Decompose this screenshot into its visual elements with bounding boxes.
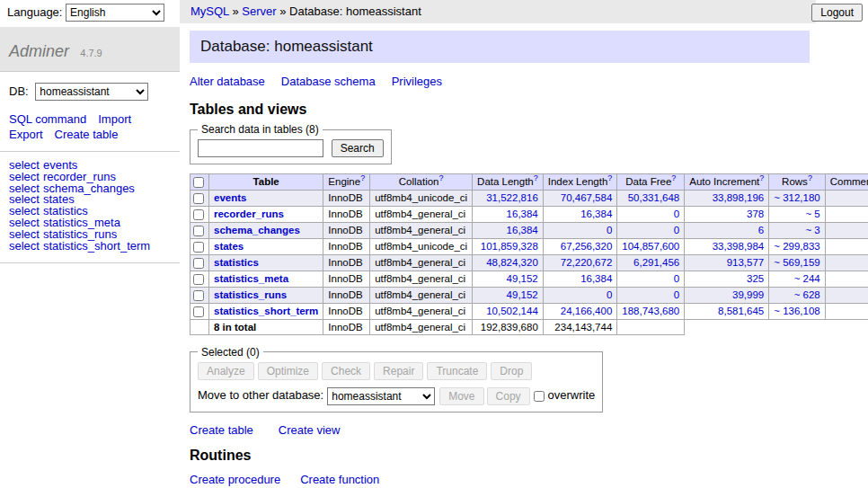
index-length-link[interactable]: 24,166,400 [561, 306, 613, 316]
rows-count-link[interactable]: ~ 244 [794, 273, 820, 284]
database-schema-link[interactable]: Database schema [281, 75, 376, 88]
export-link[interactable]: Export [9, 128, 43, 141]
row-checkbox[interactable] [193, 274, 204, 285]
rows-count-link[interactable]: ~ 136,108 [774, 306, 819, 316]
help-link[interactable]: ? [671, 174, 676, 183]
breadcrumb-item-server[interactable]: Server [242, 4, 276, 18]
data-length-link[interactable]: 49,152 [507, 273, 538, 284]
table-name-link[interactable]: statistics [214, 257, 259, 268]
rows-count-link[interactable]: ~ 569,159 [774, 257, 819, 268]
search-input[interactable] [198, 139, 323, 157]
index-length-link[interactable]: 0 [607, 225, 612, 235]
truncate-button[interactable]: Truncate [427, 362, 487, 380]
data-length-link[interactable]: 49,152 [507, 289, 538, 300]
select-all-checkbox[interactable] [193, 177, 204, 188]
row-checkbox[interactable] [193, 226, 204, 236]
sql-command-link[interactable]: SQL command [9, 112, 86, 126]
rows-count-link[interactable]: ~ 628 [794, 289, 820, 300]
index-length-link[interactable]: 0 [607, 289, 612, 300]
overwrite-checkbox[interactable] [534, 391, 545, 402]
overwrite-label[interactable]: overwrite [548, 388, 596, 402]
index-length-link[interactable]: 16,384 [580, 209, 612, 219]
index-length-link[interactable]: 67,256,320 [561, 241, 613, 252]
help-link[interactable]: ? [534, 174, 538, 183]
data-length-link[interactable]: 48,824,320 [486, 257, 538, 268]
table-name-link[interactable]: statistics_runs [214, 289, 287, 300]
index-length-link[interactable]: 16,384 [580, 273, 612, 284]
language-select[interactable]: English [66, 4, 164, 22]
auto-increment-link[interactable]: 33,398,984 [713, 241, 765, 252]
help-link[interactable]: ? [607, 174, 612, 183]
auto-increment-link[interactable]: 325 [747, 273, 764, 284]
auto-increment-link[interactable]: 33,898,196 [713, 192, 765, 203]
table-name-link[interactable]: events [214, 192, 246, 203]
data-free-link[interactable]: 0 [674, 225, 679, 235]
import-link[interactable]: Import [98, 112, 131, 126]
create-procedure-link[interactable]: Create procedure [190, 473, 280, 486]
move-db-select[interactable]: homeassistant [327, 387, 435, 405]
help-link[interactable]: ? [759, 174, 764, 183]
help-link[interactable]: ? [808, 174, 812, 183]
auto-increment-link[interactable]: 6 [758, 225, 764, 235]
index-length-link[interactable]: 70,467,584 [561, 192, 613, 203]
data-free-link[interactable]: 188,743,680 [622, 306, 679, 316]
help-link[interactable]: ? [360, 174, 365, 183]
analyze-button[interactable]: Analyze [198, 362, 254, 380]
logout-button[interactable]: Logout [811, 4, 863, 22]
auto-increment-link[interactable]: 913,577 [727, 257, 765, 268]
data-free-link[interactable]: 6,291,456 [633, 257, 679, 268]
create-view-link[interactable]: Create view [279, 423, 341, 437]
create-table-link[interactable]: Create table [55, 128, 119, 141]
row-checkbox[interactable] [193, 242, 204, 253]
privileges-link[interactable]: Privileges [392, 75, 442, 88]
optimize-button[interactable]: Optimize [258, 362, 318, 380]
rows-count-link[interactable]: ~ 299,833 [774, 241, 819, 252]
app-name-link[interactable]: Adminer [9, 42, 69, 60]
copy-button[interactable]: Copy [487, 387, 530, 405]
data-free-link[interactable]: 104,857,600 [622, 241, 679, 252]
repair-button[interactable]: Repair [374, 362, 423, 380]
auto-increment-link[interactable]: 39,999 [732, 289, 764, 300]
table-statistics-short-term-link[interactable]: statistics_short_term [43, 239, 150, 253]
data-free-link[interactable]: 0 [674, 209, 679, 219]
auto-increment-link[interactable]: 8,581,645 [718, 306, 764, 316]
data-length-link[interactable]: 16,384 [507, 209, 538, 219]
row-checkbox[interactable] [193, 209, 204, 220]
data-length-link[interactable]: 101,859,328 [481, 241, 538, 252]
alter-database-link[interactable]: Alter database [190, 75, 265, 88]
db-select[interactable]: homeassistant [35, 83, 148, 101]
select-statistics-short-term-link[interactable]: select [9, 239, 40, 253]
search-button[interactable]: Search [332, 139, 384, 157]
drop-button[interactable]: Drop [491, 362, 532, 380]
row-checkbox[interactable] [193, 290, 204, 301]
rows-count-link[interactable]: ~ 312,180 [774, 192, 819, 203]
data-free-link[interactable]: 0 [674, 289, 679, 300]
row-checkbox[interactable] [193, 258, 204, 269]
index-length-link[interactable]: 72,220,672 [561, 257, 613, 268]
table-name-link[interactable]: states [214, 241, 244, 252]
data-free-link[interactable]: 50,331,648 [628, 192, 680, 203]
auto-increment-cell: 325 [685, 271, 769, 287]
table-name-link[interactable]: recorder_runs [214, 209, 284, 219]
table-name-link[interactable]: statistics_short_term [214, 306, 318, 316]
data-length-link[interactable]: 10,502,144 [486, 306, 538, 316]
check-button[interactable]: Check [322, 362, 370, 380]
total-data-length-cell: 192,839,680 [473, 319, 544, 334]
table-name-link[interactable]: statistics_meta [214, 273, 288, 284]
create-function-link[interactable]: Create function [300, 473, 379, 486]
help-link[interactable]: ? [438, 174, 443, 183]
rows-count-link[interactable]: ~ 3 [805, 225, 819, 235]
row-checkbox[interactable] [193, 193, 204, 204]
rows-count-link[interactable]: ~ 5 [805, 209, 819, 219]
breadcrumb-item-mysql[interactable]: MySQL [190, 4, 229, 18]
app-version[interactable]: 4.7.9 [80, 48, 102, 58]
data-length-link[interactable]: 16,384 [507, 225, 538, 235]
move-button[interactable]: Move [439, 387, 483, 405]
table-name-link[interactable]: schema_changes [214, 225, 300, 235]
data-free-link[interactable]: 0 [674, 273, 679, 284]
data-length-link[interactable]: 31,522,816 [486, 192, 538, 203]
row-checkbox[interactable] [193, 306, 204, 317]
comment-cell [825, 254, 868, 271]
auto-increment-link[interactable]: 378 [747, 209, 764, 219]
create-table-link[interactable]: Create table [190, 423, 253, 437]
